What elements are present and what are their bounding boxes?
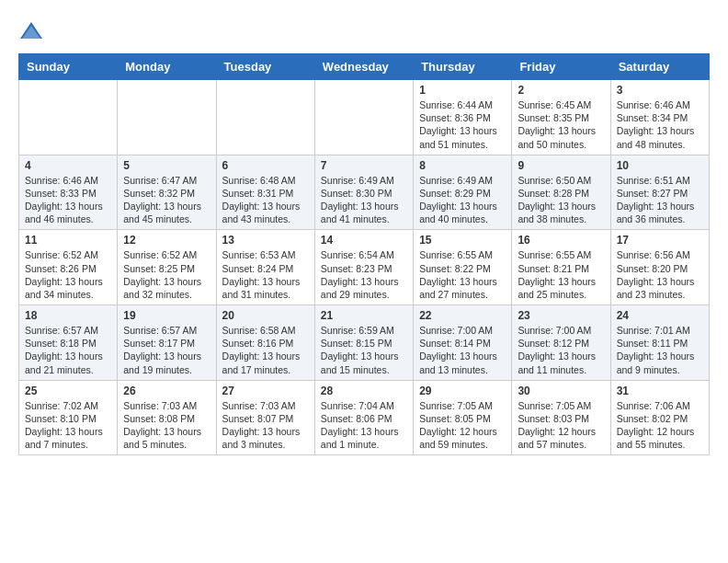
- calendar-cell: 11Sunrise: 6:52 AM Sunset: 8:26 PM Dayli…: [19, 230, 118, 305]
- day-number: 12: [123, 234, 210, 247]
- day-number: 13: [222, 234, 309, 247]
- calendar-cell: [216, 80, 314, 155]
- calendar-cell: 14Sunrise: 6:54 AM Sunset: 8:23 PM Dayli…: [314, 230, 413, 305]
- day-number: 14: [321, 234, 407, 247]
- calendar-cell: [314, 80, 413, 155]
- day-content: Sunrise: 6:58 AM Sunset: 8:16 PM Dayligh…: [222, 324, 309, 376]
- calendar-cell: 2Sunrise: 6:45 AM Sunset: 8:35 PM Daylig…: [512, 80, 610, 155]
- day-content: Sunrise: 6:46 AM Sunset: 8:33 PM Dayligh…: [25, 174, 111, 226]
- calendar-cell: 25Sunrise: 7:02 AM Sunset: 8:10 PM Dayli…: [19, 380, 118, 455]
- day-content: Sunrise: 6:44 AM Sunset: 8:36 PM Dayligh…: [419, 98, 506, 151]
- day-header-saturday: Saturday: [610, 54, 709, 80]
- day-content: Sunrise: 6:55 AM Sunset: 8:22 PM Dayligh…: [419, 248, 506, 301]
- day-content: Sunrise: 7:00 AM Sunset: 8:12 PM Dayligh…: [518, 324, 604, 376]
- day-number: 8: [419, 159, 506, 172]
- calendar-cell: 13Sunrise: 6:53 AM Sunset: 8:24 PM Dayli…: [216, 230, 314, 305]
- day-header-monday: Monday: [118, 54, 216, 80]
- day-number: 24: [617, 309, 703, 322]
- day-number: 22: [419, 309, 506, 322]
- day-number: 20: [222, 309, 309, 322]
- day-number: 4: [25, 159, 111, 172]
- calendar-cell: 28Sunrise: 7:04 AM Sunset: 8:06 PM Dayli…: [314, 380, 413, 455]
- day-number: 9: [518, 159, 604, 172]
- day-content: Sunrise: 7:01 AM Sunset: 8:11 PM Dayligh…: [617, 324, 703, 376]
- calendar-cell: 1Sunrise: 6:44 AM Sunset: 8:36 PM Daylig…: [414, 80, 512, 155]
- calendar-cell: 18Sunrise: 6:57 AM Sunset: 8:18 PM Dayli…: [19, 305, 118, 381]
- calendar-cell: 26Sunrise: 7:03 AM Sunset: 8:08 PM Dayli…: [118, 380, 216, 455]
- day-number: 26: [123, 385, 210, 397]
- calendar-cell: 23Sunrise: 7:00 AM Sunset: 8:12 PM Dayli…: [512, 305, 610, 381]
- day-number: 2: [518, 84, 604, 97]
- calendar-cell: 27Sunrise: 7:03 AM Sunset: 8:07 PM Dayli…: [216, 380, 314, 455]
- day-header-thursday: Thursday: [414, 54, 512, 80]
- calendar-cell: 4Sunrise: 6:46 AM Sunset: 8:33 PM Daylig…: [19, 155, 118, 230]
- day-number: 23: [518, 309, 604, 322]
- calendar-cell: 8Sunrise: 6:49 AM Sunset: 8:29 PM Daylig…: [414, 155, 512, 230]
- calendar-cell: 6Sunrise: 6:48 AM Sunset: 8:31 PM Daylig…: [216, 155, 314, 230]
- day-number: 5: [123, 159, 210, 172]
- calendar-cell: 31Sunrise: 7:06 AM Sunset: 8:02 PM Dayli…: [610, 380, 709, 455]
- day-content: Sunrise: 7:05 AM Sunset: 8:03 PM Dayligh…: [518, 399, 604, 452]
- logo: [18, 18, 48, 44]
- day-number: 30: [518, 385, 604, 397]
- calendar-cell: 16Sunrise: 6:55 AM Sunset: 8:21 PM Dayli…: [512, 230, 610, 305]
- day-content: Sunrise: 6:57 AM Sunset: 8:17 PM Dayligh…: [123, 324, 210, 376]
- day-header-sunday: Sunday: [19, 54, 118, 80]
- day-content: Sunrise: 6:57 AM Sunset: 8:18 PM Dayligh…: [25, 324, 111, 376]
- day-number: 29: [419, 385, 506, 397]
- calendar-cell: 15Sunrise: 6:55 AM Sunset: 8:22 PM Dayli…: [414, 230, 512, 305]
- day-content: Sunrise: 6:45 AM Sunset: 8:35 PM Dayligh…: [518, 98, 604, 151]
- day-content: Sunrise: 6:52 AM Sunset: 8:26 PM Dayligh…: [25, 248, 111, 301]
- calendar-cell: 22Sunrise: 7:00 AM Sunset: 8:14 PM Dayli…: [414, 305, 512, 381]
- calendar-header-row: SundayMondayTuesdayWednesdayThursdayFrid…: [19, 54, 710, 80]
- calendar-cell: 7Sunrise: 6:49 AM Sunset: 8:30 PM Daylig…: [314, 155, 413, 230]
- calendar-cell: [19, 80, 118, 155]
- day-content: Sunrise: 7:03 AM Sunset: 8:08 PM Dayligh…: [123, 399, 210, 452]
- day-header-wednesday: Wednesday: [314, 54, 413, 80]
- day-number: 21: [321, 309, 407, 322]
- calendar-week-row: 18Sunrise: 6:57 AM Sunset: 8:18 PM Dayli…: [19, 305, 710, 381]
- day-content: Sunrise: 6:52 AM Sunset: 8:25 PM Dayligh…: [123, 248, 210, 301]
- calendar-cell: 3Sunrise: 6:46 AM Sunset: 8:34 PM Daylig…: [610, 80, 709, 155]
- calendar-cell: 30Sunrise: 7:05 AM Sunset: 8:03 PM Dayli…: [512, 380, 610, 455]
- day-number: 18: [25, 309, 111, 322]
- calendar-cell: 24Sunrise: 7:01 AM Sunset: 8:11 PM Dayli…: [610, 305, 709, 381]
- page-header: [18, 18, 710, 44]
- day-content: Sunrise: 6:49 AM Sunset: 8:30 PM Dayligh…: [321, 174, 407, 226]
- day-content: Sunrise: 7:02 AM Sunset: 8:10 PM Dayligh…: [25, 399, 111, 452]
- day-number: 19: [123, 309, 210, 322]
- logo-icon: [18, 18, 44, 44]
- day-content: Sunrise: 7:04 AM Sunset: 8:06 PM Dayligh…: [321, 399, 407, 452]
- day-content: Sunrise: 6:53 AM Sunset: 8:24 PM Dayligh…: [222, 248, 309, 301]
- day-content: Sunrise: 6:48 AM Sunset: 8:31 PM Dayligh…: [222, 174, 309, 226]
- calendar-cell: 10Sunrise: 6:51 AM Sunset: 8:27 PM Dayli…: [610, 155, 709, 230]
- day-number: 7: [321, 159, 407, 172]
- day-content: Sunrise: 6:49 AM Sunset: 8:29 PM Dayligh…: [419, 174, 506, 226]
- day-number: 10: [617, 159, 703, 172]
- day-header-friday: Friday: [512, 54, 610, 80]
- calendar-cell: 20Sunrise: 6:58 AM Sunset: 8:16 PM Dayli…: [216, 305, 314, 381]
- day-number: 17: [617, 234, 703, 247]
- calendar-cell: 21Sunrise: 6:59 AM Sunset: 8:15 PM Dayli…: [314, 305, 413, 381]
- day-number: 31: [617, 385, 703, 397]
- calendar-cell: 29Sunrise: 7:05 AM Sunset: 8:05 PM Dayli…: [414, 380, 512, 455]
- day-number: 15: [419, 234, 506, 247]
- calendar-cell: 5Sunrise: 6:47 AM Sunset: 8:32 PM Daylig…: [118, 155, 216, 230]
- day-number: 6: [222, 159, 309, 172]
- calendar-cell: [118, 80, 216, 155]
- day-number: 11: [25, 234, 111, 247]
- day-content: Sunrise: 6:55 AM Sunset: 8:21 PM Dayligh…: [518, 248, 604, 301]
- calendar-cell: 9Sunrise: 6:50 AM Sunset: 8:28 PM Daylig…: [512, 155, 610, 230]
- day-content: Sunrise: 6:46 AM Sunset: 8:34 PM Dayligh…: [617, 98, 703, 151]
- day-number: 16: [518, 234, 604, 247]
- day-content: Sunrise: 6:54 AM Sunset: 8:23 PM Dayligh…: [321, 248, 407, 301]
- calendar-table: SundayMondayTuesdayWednesdayThursdayFrid…: [18, 53, 710, 455]
- calendar-cell: 19Sunrise: 6:57 AM Sunset: 8:17 PM Dayli…: [118, 305, 216, 381]
- calendar-week-row: 4Sunrise: 6:46 AM Sunset: 8:33 PM Daylig…: [19, 155, 710, 230]
- day-content: Sunrise: 6:56 AM Sunset: 8:20 PM Dayligh…: [617, 248, 703, 301]
- day-content: Sunrise: 6:59 AM Sunset: 8:15 PM Dayligh…: [321, 324, 407, 376]
- day-content: Sunrise: 6:51 AM Sunset: 8:27 PM Dayligh…: [617, 174, 703, 226]
- day-number: 27: [222, 385, 309, 397]
- calendar-cell: 17Sunrise: 6:56 AM Sunset: 8:20 PM Dayli…: [610, 230, 709, 305]
- calendar-week-row: 25Sunrise: 7:02 AM Sunset: 8:10 PM Dayli…: [19, 380, 710, 455]
